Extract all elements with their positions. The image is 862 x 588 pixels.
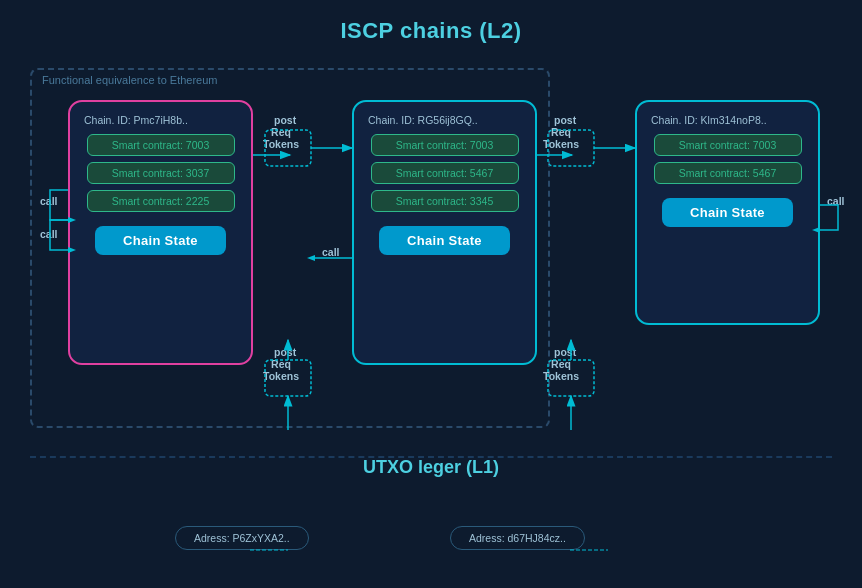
chain-id-3: Chain. ID: Klm314noP8..: [651, 114, 767, 126]
req-tokens-bottom-2: Req Tokens: [543, 358, 579, 382]
smart-contract-2-2: Smart contract: 5467: [371, 162, 519, 184]
diagram-container: ISCP chains (L2) Functional equivalence …: [0, 0, 862, 588]
smart-contract-2-1: Smart contract: 7003: [371, 134, 519, 156]
chain-id-2: Chain. ID: RG56ij8GQ..: [368, 114, 478, 126]
smart-contract-1-1: Smart contract: 7003: [87, 134, 235, 156]
chain-box-2: Chain. ID: RG56ij8GQ.. Smart contract: 7…: [352, 100, 537, 365]
call-label-left-1: call: [40, 195, 58, 207]
req-tokens-bottom-1: Req Tokens: [263, 358, 299, 382]
post-label-2: post: [554, 114, 576, 126]
call-label-right: call: [827, 195, 845, 207]
smart-contract-3-1: Smart contract: 7003: [654, 134, 802, 156]
address-box-2: Adress: d67HJ84cz..: [450, 526, 585, 550]
chain-state-btn-1[interactable]: Chain State: [95, 226, 226, 255]
req-tokens-label-2: Req Tokens: [543, 126, 579, 150]
req-tokens-label-1: Req Tokens: [263, 126, 299, 150]
smart-contract-2-3: Smart contract: 3345: [371, 190, 519, 212]
smart-contract-1-3: Smart contract: 2225: [87, 190, 235, 212]
smart-contract-3-2: Smart contract: 5467: [654, 162, 802, 184]
chain-box-1: Chain. ID: Pmc7iH8b.. Smart contract: 70…: [68, 100, 253, 365]
chain-box-3: Chain. ID: Klm314noP8.. Smart contract: …: [635, 100, 820, 325]
utxo-title: UTXO leger (L1): [0, 457, 862, 478]
post-bottom-label-1: post: [274, 346, 296, 358]
chain-id-1: Chain. ID: Pmc7iH8b..: [84, 114, 188, 126]
chain-state-btn-3[interactable]: Chain State: [662, 198, 793, 227]
post-label-1: post: [274, 114, 296, 126]
chain-state-btn-2[interactable]: Chain State: [379, 226, 510, 255]
post-bottom-label-2: post: [554, 346, 576, 358]
functional-label: Functional equivalence to Ethereum: [42, 74, 218, 86]
address-box-1: Adress: P6ZxYXA2..: [175, 526, 309, 550]
call-label-left-2: call: [40, 228, 58, 240]
main-title: ISCP chains (L2): [0, 18, 862, 44]
call-label-mid: call: [322, 246, 340, 258]
smart-contract-1-2: Smart contract: 3037: [87, 162, 235, 184]
